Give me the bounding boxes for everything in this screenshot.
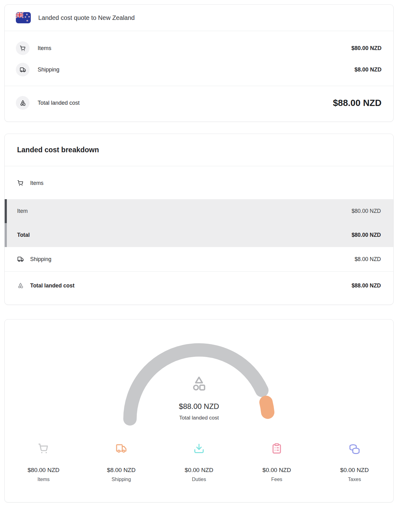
- truck-icon: [16, 63, 30, 76]
- shapes-icon: [190, 375, 208, 394]
- quote-rows: Items $80.00 NZD Shipping $8.00 NZD: [5, 31, 393, 86]
- breakdown-shipping-value: $8.00 NZD: [354, 256, 381, 263]
- quote-total-label: Total landed cost: [38, 100, 80, 106]
- landed-cost-breakdown-card: Landed cost breakdown Items Item $80.00 …: [4, 134, 394, 305]
- quote-row-value: $8.00 NZD: [354, 66, 382, 73]
- quote-title: Landed cost quote to New Zealand: [38, 14, 135, 21]
- stat-fees: $0.00 NZD Fees: [238, 443, 316, 482]
- shapes-icon: [16, 96, 30, 110]
- stat-value: $0.00 NZD: [185, 467, 213, 474]
- download-icon: [193, 443, 205, 454]
- quote-row-label: Shipping: [38, 66, 59, 73]
- gauge-center-label: Total landed cost: [121, 415, 277, 421]
- breakdown-items-group: Item $80.00 NZD Total $80.00 NZD: [5, 199, 393, 247]
- stat-value: $0.00 NZD: [262, 467, 291, 474]
- cart-icon: [17, 180, 24, 186]
- cart-icon: [38, 443, 49, 454]
- breakdown-items-header: Items: [5, 166, 393, 199]
- stat-value: $0.00 NZD: [340, 467, 369, 474]
- stat-value: $80.00 NZD: [28, 467, 59, 474]
- landed-cost-gauge-card: $88.00 NZD Total landed cost $80.00 NZD …: [4, 319, 394, 502]
- stat-label: Shipping: [112, 477, 131, 482]
- landed-cost-quote-card: Landed cost quote to New Zealand Items $…: [4, 4, 394, 122]
- breakdown-title: Landed cost breakdown: [5, 134, 393, 166]
- quote-total-value: $88.00 NZD: [333, 98, 382, 108]
- truck-icon: [17, 256, 24, 263]
- breakdown-item-value: $80.00 NZD: [352, 208, 381, 214]
- gauge-center-value: $88.00 NZD: [121, 402, 277, 411]
- shapes-icon: [17, 282, 24, 289]
- breakdown-shipping-label: Shipping: [30, 256, 51, 263]
- stat-value: $8.00 NZD: [107, 467, 136, 474]
- stat-shipping: $8.00 NZD Shipping: [82, 443, 160, 482]
- stat-duties: $0.00 NZD Duties: [160, 443, 238, 482]
- quote-row-label: Items: [38, 45, 51, 52]
- breakdown-item-label: Item: [17, 208, 28, 214]
- cart-icon: [16, 41, 30, 55]
- stat-items: $80.00 NZD Items: [5, 443, 82, 482]
- cost-stats-row: $80.00 NZD Items $8.00 NZD Shipping $0.0…: [5, 443, 393, 502]
- coins-icon: [349, 443, 360, 454]
- breakdown-items-header-label: Items: [30, 180, 44, 186]
- quote-header: Landed cost quote to New Zealand: [5, 5, 393, 31]
- quote-total-row: Total landed cost $88.00 NZD: [5, 86, 393, 122]
- breakdown-items-total-value: $80.00 NZD: [352, 232, 381, 238]
- breakdown-shipping-row: Shipping $8.00 NZD: [5, 247, 393, 271]
- stat-label: Taxes: [348, 477, 361, 482]
- gauge-chart: $88.00 NZD Total landed cost: [121, 343, 277, 428]
- truck-icon: [115, 443, 127, 454]
- breakdown-total-value: $88.00 NZD: [352, 282, 381, 289]
- breakdown-item-row: Item $80.00 NZD: [5, 199, 393, 223]
- clipboard-icon: [271, 443, 283, 454]
- stat-taxes: $0.00 NZD Taxes: [316, 443, 393, 482]
- stat-label: Items: [37, 477, 49, 482]
- stat-label: Fees: [271, 477, 282, 482]
- breakdown-items-total-label: Total: [17, 232, 30, 238]
- quote-row-items: Items $80.00 NZD: [16, 41, 382, 55]
- quote-row-shipping: Shipping $8.00 NZD: [16, 63, 382, 76]
- breakdown-total-row: Total landed cost $88.00 NZD: [5, 271, 393, 305]
- stat-label: Duties: [192, 477, 206, 482]
- breakdown-items-total-row: Total $80.00 NZD: [5, 223, 393, 247]
- breakdown-total-label: Total landed cost: [30, 282, 75, 289]
- quote-row-value: $80.00 NZD: [351, 45, 382, 52]
- new-zealand-flag-icon: [16, 12, 31, 23]
